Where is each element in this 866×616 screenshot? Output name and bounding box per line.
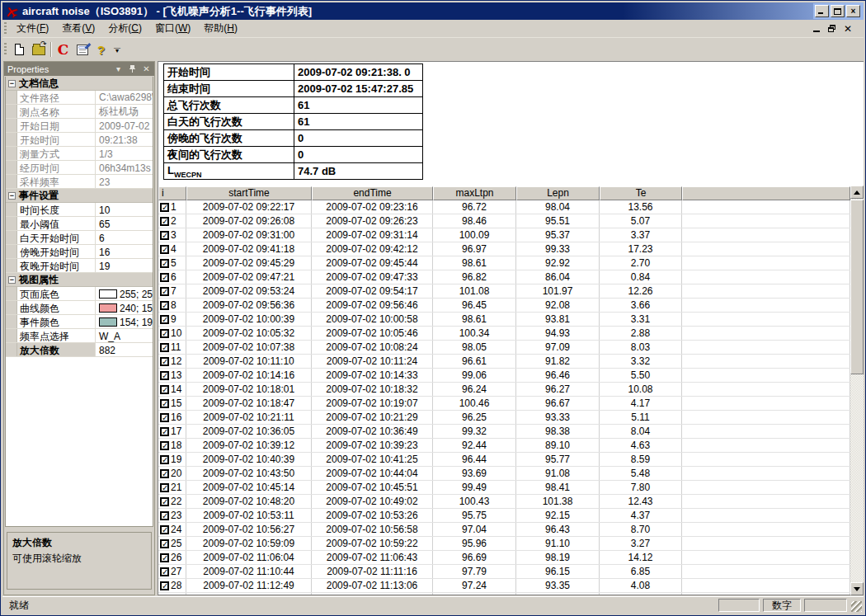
row-checkbox-checked[interactable]: ✓ — [160, 455, 169, 464]
toolbar-grip[interactable] — [4, 43, 7, 56]
event-row[interactable]: ✓62009-07-02 09:47:212009-07-02 09:47:33… — [158, 270, 850, 284]
property-value[interactable]: 栎社机场 — [96, 105, 153, 118]
column-header-Lepn[interactable]: Lepn — [516, 186, 600, 200]
scroll-up-button[interactable] — [850, 186, 864, 199]
scrollbar-thumb[interactable] — [850, 200, 864, 374]
event-row[interactable]: ✓182009-07-02 10:39:122009-07-02 10:39:2… — [158, 439, 850, 453]
mdi-minimize-icon[interactable] — [813, 26, 820, 32]
event-row[interactable]: ✓152009-07-02 10:18:472009-07-02 10:19:0… — [158, 397, 850, 411]
row-checkbox-checked[interactable]: ✓ — [160, 413, 169, 422]
property-row[interactable]: 测点名称栎社机场 — [6, 105, 153, 119]
property-row[interactable]: 开始时间09:21:38 — [6, 133, 153, 147]
column-header-Te[interactable]: Te — [600, 186, 682, 200]
mdi-restore-icon[interactable] — [828, 25, 835, 32]
row-checkbox-checked[interactable]: ✓ — [160, 245, 169, 254]
row-checkbox-checked[interactable]: ✓ — [160, 497, 169, 506]
property-row[interactable]: 时间长度10 — [6, 203, 153, 217]
row-checkbox-checked[interactable]: ✓ — [160, 259, 169, 268]
close-panel-icon[interactable]: ✕ — [142, 64, 151, 73]
row-checkbox-checked[interactable]: ✓ — [160, 203, 169, 212]
event-row[interactable]: ✓242009-07-02 10:56:272009-07-02 10:56:5… — [158, 523, 850, 537]
event-row[interactable]: ✓262009-07-02 11:06:042009-07-02 11:06:4… — [158, 551, 850, 565]
menu-item-4[interactable]: 帮助(H) — [197, 20, 244, 37]
event-row[interactable]: ✓122009-07-02 10:11:102009-07-02 10:11:2… — [158, 355, 850, 369]
event-row[interactable]: ✓12009-07-02 09:22:172009-07-02 09:23:16… — [158, 200, 850, 214]
menu-item-1[interactable]: 查看(V) — [55, 20, 101, 37]
event-row[interactable]: ✓52009-07-02 09:45:292009-07-02 09:45:44… — [158, 256, 850, 270]
property-value[interactable]: 06h34m13s — [96, 161, 153, 174]
property-value[interactable]: 09:21:38 — [96, 133, 153, 146]
help-button[interactable]: ? — [92, 40, 111, 59]
property-row[interactable]: 曲线颜色240; 158; 15 — [6, 301, 153, 315]
vertical-scrollbar[interactable] — [850, 186, 864, 595]
property-category[interactable]: −事件设置 — [6, 189, 153, 203]
row-checkbox-checked[interactable]: ✓ — [160, 553, 169, 562]
event-row[interactable]: ✓112009-07-02 10:07:382009-07-02 10:08:2… — [158, 341, 850, 355]
row-checkbox-checked[interactable]: ✓ — [160, 315, 169, 324]
event-row[interactable]: ✓192009-07-02 10:40:392009-07-02 10:41:2… — [158, 453, 850, 467]
event-row[interactable]: ✓132009-07-02 10:14:162009-07-02 10:14:3… — [158, 369, 850, 383]
pin-icon[interactable] — [128, 64, 137, 73]
collapse-icon[interactable]: − — [8, 80, 16, 87]
column-header-maxLtpn[interactable]: maxLtpn — [433, 186, 516, 200]
event-row[interactable]: ✓162009-07-02 10:21:112009-07-02 10:21:2… — [158, 411, 850, 425]
row-checkbox-checked[interactable]: ✓ — [160, 231, 169, 240]
event-row[interactable]: ✓142009-07-02 10:18:012009-07-02 10:18:3… — [158, 383, 850, 397]
scroll-down-button[interactable] — [850, 582, 864, 595]
calibration-button[interactable]: C — [54, 40, 73, 59]
event-row[interactable]: ✓282009-07-02 11:12:492009-07-02 11:13:0… — [158, 579, 850, 593]
property-row[interactable]: 白天开始时间6 — [6, 231, 153, 245]
row-checkbox-checked[interactable]: ✓ — [160, 217, 169, 226]
close-button[interactable]: × — [846, 5, 860, 17]
row-checkbox-checked[interactable]: ✓ — [160, 343, 169, 352]
event-row[interactable]: ✓172009-07-02 10:36:052009-07-02 10:36:4… — [158, 425, 850, 439]
property-row[interactable]: 经历时间06h34m13s — [6, 161, 153, 175]
row-checkbox-checked[interactable]: ✓ — [160, 525, 169, 534]
row-checkbox-checked[interactable]: ✓ — [160, 567, 169, 576]
menu-item-0[interactable]: 文件(F) — [10, 20, 55, 37]
property-row[interactable]: 测量方式1/3 — [6, 147, 153, 161]
property-row[interactable]: 采样频率23 — [6, 175, 153, 189]
new-document-button[interactable] — [10, 40, 29, 59]
column-header-startTime[interactable]: startTime — [186, 186, 312, 200]
column-header-endTime[interactable]: endTime — [312, 186, 433, 200]
property-row[interactable]: 傍晚开始时间16 — [6, 245, 153, 259]
maximize-button[interactable] — [831, 5, 845, 17]
column-header-i[interactable]: i — [158, 186, 186, 200]
row-checkbox-checked[interactable]: ✓ — [160, 469, 169, 478]
row-checkbox-checked[interactable]: ✓ — [160, 581, 169, 590]
row-checkbox-checked[interactable]: ✓ — [160, 371, 169, 380]
property-value[interactable]: 154; 191; 18 — [96, 315, 153, 328]
event-row[interactable]: ✓222009-07-02 10:48:202009-07-02 10:49:0… — [158, 495, 850, 509]
minimize-button[interactable] — [815, 5, 829, 17]
event-row[interactable]: ✓212009-07-02 10:45:142009-07-02 10:45:5… — [158, 481, 850, 495]
row-checkbox-checked[interactable]: ✓ — [160, 329, 169, 338]
open-file-button[interactable] — [29, 40, 48, 59]
collapse-icon[interactable]: − — [8, 192, 16, 200]
property-row[interactable]: 最小阈值65 — [6, 217, 153, 231]
row-checkbox-checked[interactable]: ✓ — [160, 399, 169, 408]
property-row[interactable]: 文件路径C:\awa6298\机场 — [6, 91, 153, 105]
row-checkbox-checked[interactable]: ✓ — [160, 441, 169, 450]
toolbar-overflow-button[interactable]: —▾ — [112, 40, 122, 59]
event-row[interactable]: ✓42009-07-02 09:41:182009-07-02 09:42:12… — [158, 242, 850, 256]
property-value[interactable]: W_A — [96, 329, 153, 342]
event-row[interactable]: ✓72009-07-02 09:53:242009-07-02 09:54:17… — [158, 284, 850, 299]
property-row[interactable]: 夜晚开始时间19 — [6, 259, 153, 273]
event-row-partial[interactable] — [158, 593, 850, 595]
row-checkbox-checked[interactable]: ✓ — [160, 385, 169, 394]
properties-button[interactable] — [73, 40, 92, 59]
menu-item-2[interactable]: 分析(C) — [101, 20, 148, 37]
property-value[interactable]: C:\awa6298\机场 — [96, 91, 153, 104]
chevron-down-icon[interactable]: ▾ — [114, 64, 123, 73]
row-checkbox-checked[interactable]: ✓ — [160, 273, 169, 282]
row-checkbox-checked[interactable]: ✓ — [160, 539, 169, 548]
mdi-close-icon[interactable]: ✕ — [844, 24, 854, 34]
event-row[interactable]: ✓202009-07-02 10:43:502009-07-02 10:44:0… — [158, 467, 850, 481]
row-checkbox-checked[interactable]: ✓ — [160, 511, 169, 520]
property-row[interactable]: 页面底色255; 255; 25 — [6, 287, 153, 301]
menubar-grip[interactable] — [4, 22, 7, 35]
property-value[interactable]: 16 — [96, 245, 153, 258]
resize-grip[interactable] — [851, 601, 862, 612]
row-checkbox-checked[interactable]: ✓ — [160, 301, 169, 310]
